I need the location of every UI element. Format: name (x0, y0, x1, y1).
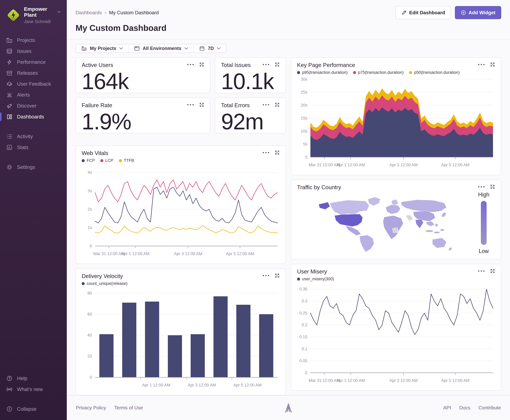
broadcast-icon (6, 386, 12, 392)
ellipsis-icon (262, 152, 269, 154)
widget-menu-button[interactable] (478, 64, 485, 66)
legend-label: LCP (105, 158, 113, 163)
widget-expand-button[interactable] (490, 62, 495, 67)
widget-menu-button[interactable] (478, 186, 485, 188)
svg-text:Apr 1 12:00 AM: Apr 1 12:00 AM (121, 251, 149, 256)
time-range-value: 7D (208, 46, 214, 51)
widget-delivery-velocity: Delivery Velocity count_unique(release) … (76, 269, 286, 395)
sidebar-item-activity[interactable]: Activity (0, 131, 67, 142)
widget-expand-button[interactable] (490, 184, 495, 189)
svg-text:0.15: 0.15 (299, 335, 307, 339)
legend-dot (409, 71, 412, 74)
svg-text:0.3: 0.3 (302, 299, 307, 303)
contribute-link[interactable]: Contribute (478, 405, 501, 411)
widget-menu-button[interactable] (187, 64, 194, 66)
time-range-filter[interactable]: 7D (194, 44, 226, 52)
svg-text:0: 0 (90, 244, 92, 248)
widget-key-page-performance: Key Page Performance p95(transaction.dur… (291, 57, 501, 175)
svg-text:20: 20 (88, 354, 92, 359)
svg-text:Apr 3 12:00 AM: Apr 3 12:00 AM (174, 251, 202, 256)
sidebar-item-projects[interactable]: Projects (0, 35, 67, 46)
widget-expand-button[interactable] (274, 62, 280, 67)
chart-legend: FCP LCP TTFB (82, 158, 280, 163)
help-icon (6, 375, 12, 382)
chart-legend: count_unique(release) (82, 281, 280, 286)
project-filter[interactable]: My Projects (76, 44, 129, 52)
svg-text:Apr 5 12:00 AM: Apr 5 12:00 AM (441, 163, 469, 167)
sidebar-item-user-feedback[interactable]: User Feedback (0, 78, 67, 90)
widget-title: Key Page Performance (297, 62, 355, 68)
sidebar-item-dashboards[interactable]: Dashboards (0, 111, 67, 122)
sidebar-item-label: Performance (17, 59, 46, 65)
widget-expand-button[interactable] (490, 269, 495, 274)
legend-dot (297, 278, 300, 281)
svg-text:0.05: 0.05 (299, 359, 307, 363)
left-column: Active Users 164k Total Issues (76, 57, 286, 395)
terms-of-use-link[interactable]: Terms of Use (114, 405, 143, 411)
sidebar-item-stats[interactable]: Stats (0, 142, 67, 153)
svg-text:1s: 1s (88, 225, 92, 230)
sidebar-collapse-button[interactable]: Collapse (0, 404, 67, 414)
sidebar-item-issues[interactable]: Issues (0, 46, 67, 57)
breadcrumb-dashboards-link[interactable]: Dashboards (76, 10, 102, 15)
svg-text:0: 0 (90, 375, 92, 380)
sidebar-item-whats-new[interactable]: What's new (0, 384, 67, 395)
releases-icon (6, 70, 12, 76)
widget-expand-button[interactable] (274, 273, 280, 278)
expand-icon (274, 62, 280, 67)
ellipsis-icon (478, 64, 485, 66)
user-misery-chart: 0.350.30.250.20.150.10.050Mar 31 12:00 A… (297, 282, 495, 386)
svg-text:15s: 15s (301, 116, 307, 120)
sidebar-item-discover[interactable]: Discover (0, 100, 67, 111)
widget-expand-button[interactable] (199, 102, 204, 107)
svg-text:0: 0 (305, 155, 307, 159)
widget-menu-button[interactable] (262, 275, 269, 277)
widget-failure-rate: Failure Rate 1.9% (76, 98, 210, 133)
widget-menu-button[interactable] (262, 152, 269, 154)
widget-title: Total Issues (221, 62, 251, 68)
delivery-velocity-chart: 806040200Apr 1 12:00 AMApr 3 12:00 AMApr… (82, 287, 280, 390)
alerts-icon (6, 92, 12, 98)
legend-dot (119, 159, 122, 162)
edit-dashboard-button[interactable]: Edit Dashboard (396, 6, 451, 19)
svg-text:Apr 1 12:00 AM: Apr 1 12:00 AM (142, 383, 170, 387)
svg-text:Mar 31 12:00 AM: Mar 31 12:00 AM (309, 163, 340, 167)
sidebar-item-releases[interactable]: Releases (0, 68, 67, 78)
api-link[interactable]: API (443, 405, 451, 411)
breadcrumb-separator-icon: › (104, 10, 106, 15)
ellipsis-icon (262, 275, 269, 277)
widget-expand-button[interactable] (274, 102, 280, 107)
environment-filter[interactable]: All Environments (129, 44, 194, 52)
main-area: Dashboards › My Custom Dashboard Edit Da… (67, 0, 510, 420)
widget-total-issues: Total Issues 10.1k (215, 57, 286, 93)
sidebar-item-alerts[interactable]: Alerts (0, 90, 67, 100)
add-widget-button[interactable]: Add Widget (455, 6, 501, 19)
expand-icon (199, 102, 204, 107)
page-title: My Custom Dashboard (76, 23, 501, 33)
sidebar-item-label: Projects (17, 37, 35, 43)
sidebar-item-label: Releases (17, 70, 38, 76)
widget-title: Traffic by Country (297, 184, 341, 191)
widget-menu-button[interactable] (478, 270, 485, 272)
widget-expand-button[interactable] (199, 62, 204, 67)
sidebar-item-performance[interactable]: Performance (0, 57, 67, 68)
privacy-policy-link[interactable]: Privacy Policy (76, 405, 106, 411)
chart-legend: p95(transaction.duration) p75(transactio… (297, 70, 495, 75)
chevron-down-icon (119, 47, 123, 50)
sidebar-item-settings[interactable]: Settings (0, 162, 67, 173)
chevron-down-icon (58, 11, 60, 13)
docs-link[interactable]: Docs (459, 405, 470, 411)
sidebar-item-label: Activity (17, 134, 33, 139)
sidebar-item-help[interactable]: Help (0, 373, 67, 384)
widget-menu-button[interactable] (262, 104, 269, 106)
widget-expand-button[interactable] (274, 150, 280, 155)
widget-menu-button[interactable] (187, 104, 194, 106)
svg-text:5s: 5s (303, 142, 307, 146)
breadcrumb: Dashboards › My Custom Dashboard (76, 10, 159, 15)
legend-label: user_misery(300) (302, 277, 334, 281)
project-filter-value: My Projects (90, 46, 116, 51)
widget-title: Failure Rate (82, 102, 112, 109)
widget-menu-button[interactable] (262, 64, 269, 66)
page-header: Dashboards › My Custom Dashboard Edit Da… (67, 0, 510, 39)
org-switcher[interactable]: Empower Plant Jane Schmidt (0, 6, 67, 24)
